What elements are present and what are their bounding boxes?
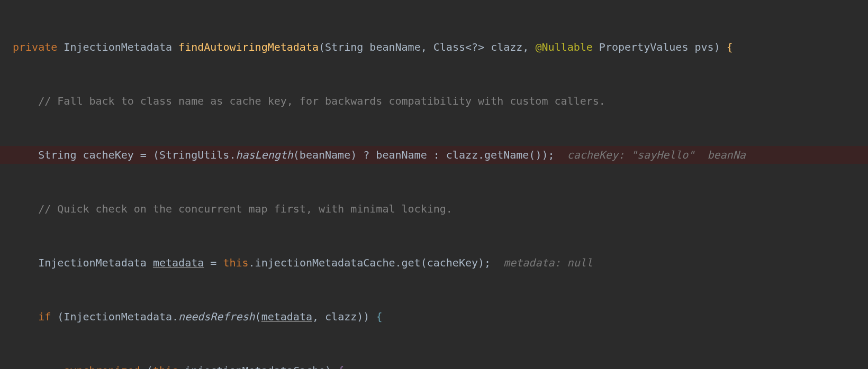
code-text: , clazz) bbox=[312, 310, 363, 323]
variable: metadata bbox=[261, 310, 312, 323]
comma: , bbox=[421, 41, 433, 53]
brace: { bbox=[720, 41, 733, 53]
code-text: String cacheKey = (StringUtils. bbox=[38, 149, 236, 161]
paren: ) bbox=[714, 41, 720, 53]
keyword-private: private bbox=[13, 41, 57, 53]
param-type: PropertyValues bbox=[593, 41, 689, 53]
paren: ) bbox=[363, 310, 369, 323]
type: InjectionMetadata bbox=[64, 41, 172, 53]
code-text: ( bbox=[140, 364, 153, 369]
code-editor[interactable]: private InjectionMetadata findAutowiring… bbox=[0, 0, 868, 369]
param-name: clazz bbox=[484, 41, 522, 53]
generic: <?> bbox=[465, 41, 484, 53]
annotation: @Nullable bbox=[535, 41, 592, 53]
brace: { bbox=[369, 310, 382, 323]
code-line: private InjectionMetadata findAutowiring… bbox=[0, 38, 868, 56]
comment: // Quick check on the concurrent map fir… bbox=[38, 202, 453, 215]
paren: ( bbox=[319, 41, 325, 53]
code-line: InjectionMetadata metadata = this.inject… bbox=[0, 254, 868, 272]
keyword-synchronized: synchronized bbox=[64, 364, 140, 369]
brace: { bbox=[338, 364, 344, 369]
method-name: findAutowiringMetadata bbox=[178, 41, 319, 53]
code-line: // Fall back to class name as cache key,… bbox=[0, 92, 868, 110]
paren: ( bbox=[255, 310, 261, 323]
param-name: beanName bbox=[369, 41, 420, 53]
keyword-if: if bbox=[38, 310, 51, 323]
code-text: InjectionMetadata bbox=[38, 256, 153, 269]
param-name: pvs bbox=[688, 41, 713, 53]
code-text: (beanName) ? beanName : clazz.getName())… bbox=[293, 149, 567, 161]
comment: // Fall back to class name as cache key,… bbox=[38, 95, 605, 107]
static-method: needsRefresh bbox=[178, 310, 255, 323]
variable: metadata bbox=[153, 256, 204, 269]
code-line: String cacheKey = (StringUtils.hasLength… bbox=[0, 146, 868, 164]
param-type: Class bbox=[433, 41, 465, 53]
code-text: .injectionMetadataCache.get(cacheKey); bbox=[249, 256, 504, 269]
comma: , bbox=[522, 41, 535, 53]
code-line: synchronized (this.injectionMetadataCach… bbox=[0, 362, 868, 369]
code-line: if (InjectionMetadata.needsRefresh(metad… bbox=[0, 308, 868, 326]
param-type: String bbox=[325, 41, 363, 53]
keyword-this: this bbox=[153, 364, 178, 369]
code-text: = bbox=[204, 256, 223, 269]
keyword-this: this bbox=[223, 256, 248, 269]
code-text: (InjectionMetadata. bbox=[51, 310, 178, 323]
inline-hint: metadata: null bbox=[503, 256, 593, 269]
code-text: .injectionMetadataCache) bbox=[178, 364, 338, 369]
inline-hint: cacheKey: "sayHello" beanNa bbox=[567, 149, 746, 161]
static-method: hasLength bbox=[236, 149, 293, 161]
code-line: // Quick check on the concurrent map fir… bbox=[0, 200, 868, 218]
